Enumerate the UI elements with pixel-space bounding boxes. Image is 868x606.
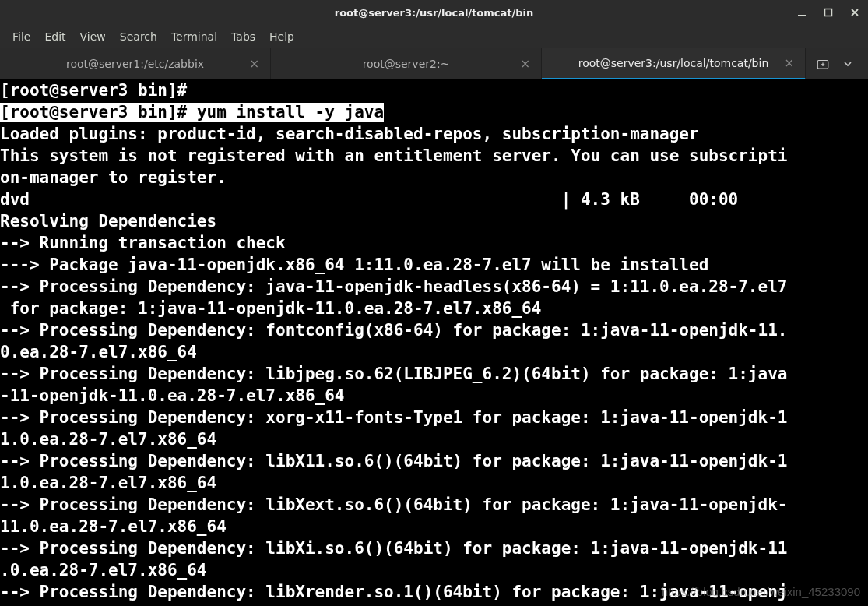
tabbar: root@server1:/etc/zabbix × root@server2:… [0, 48, 868, 79]
terminal-line: --> Processing Dependency: libXrender.so… [0, 583, 787, 601]
tab-dropdown[interactable] [840, 48, 856, 79]
terminal-line: 11.0.ea.28-7.el7.x86_64 [0, 517, 227, 536]
window-titlebar: root@server3:/usr/local/tomcat/bin [0, 0, 868, 25]
menu-terminal[interactable]: Terminal [165, 27, 223, 46]
terminal-line: -11-openjdk-11.0.ea.28-7.el7.x86_64 [0, 386, 345, 405]
terminal-line: Loaded plugins: product-id, search-disab… [0, 125, 699, 143]
terminal-line: 0.ea.28-7.el7.x86_64 [0, 343, 197, 361]
terminal-line: This system is not registered with an en… [0, 146, 787, 165]
tab-server3[interactable]: root@server3:/usr/local/tomcat/bin × [542, 48, 806, 79]
minimize-button[interactable] [793, 4, 810, 21]
terminal-line: for package: 1:java-11-openjdk-11.0.ea.2… [0, 299, 541, 318]
terminal-line: 1.0.ea.28-7.el7.x86_64 [0, 474, 216, 492]
chevron-down-icon [844, 60, 852, 68]
tab-label: root@server3:/usr/local/tomcat/bin [578, 57, 769, 69]
tab-label: root@server2:~ [363, 58, 450, 70]
terminal-output[interactable]: [root@server3 bin]# [root@server3 bin]# … [0, 79, 868, 603]
menu-view[interactable]: View [74, 27, 112, 46]
window-title: root@server3:/usr/local/tomcat/bin [335, 7, 534, 19]
svg-rect-1 [825, 9, 832, 16]
terminal-line: --> Processing Dependency: libXi.so.6()(… [0, 539, 787, 558]
menu-help[interactable]: Help [263, 27, 300, 46]
menu-edit[interactable]: Edit [38, 27, 72, 46]
svg-rect-0 [798, 15, 806, 16]
tab-server1[interactable]: root@server1:/etc/zabbix × [0, 48, 271, 79]
terminal-line: [root@server3 bin]# [0, 81, 197, 100]
terminal-line: Resolving Dependencies [0, 212, 216, 231]
menu-tabs[interactable]: Tabs [225, 27, 262, 46]
new-tab-icon [816, 57, 830, 71]
menubar: File Edit View Search Terminal Tabs Help [0, 25, 868, 48]
terminal-line: on-manager to register. [0, 168, 227, 187]
maximize-button[interactable] [820, 4, 837, 21]
close-button[interactable] [846, 4, 863, 21]
terminal-line: --> Processing Dependency: libX11.so.6()… [0, 452, 787, 470]
tab-server2[interactable]: root@server2:~ × [271, 48, 542, 79]
terminal-line: --> Processing Dependency: xorg-x11-font… [0, 408, 787, 427]
terminal-line: [root@server3 bin]# yum install -y java [0, 103, 384, 122]
terminal-line: --> Processing Dependency: libXext.so.6(… [0, 495, 787, 514]
terminal-line: .0.ea.28-7.el7.x86_64 [0, 561, 207, 580]
menu-search[interactable]: Search [114, 27, 163, 46]
terminal-line: --> Processing Dependency: java-11-openj… [0, 277, 787, 296]
terminal-line: --> Processing Dependency: fontconfig(x8… [0, 321, 787, 340]
window-controls [793, 0, 863, 25]
close-icon[interactable]: × [784, 56, 794, 70]
close-icon[interactable]: × [249, 57, 259, 71]
close-icon[interactable]: × [520, 57, 530, 71]
terminal-line: --> Running transaction check [0, 234, 286, 252]
terminal-line: ---> Package java-11-openjdk.x86_64 1:11… [0, 255, 708, 274]
terminal-line: 1.0.ea.28-7.el7.x86_64 [0, 430, 216, 449]
terminal-line: --> Processing Dependency: libjpeg.so.62… [0, 365, 787, 383]
menu-file[interactable]: File [6, 27, 37, 46]
new-tab-button[interactable] [806, 48, 840, 79]
tab-label: root@server1:/etc/zabbix [66, 58, 204, 70]
terminal-line: dvd | 4.3 kB 00:00 [0, 190, 738, 209]
